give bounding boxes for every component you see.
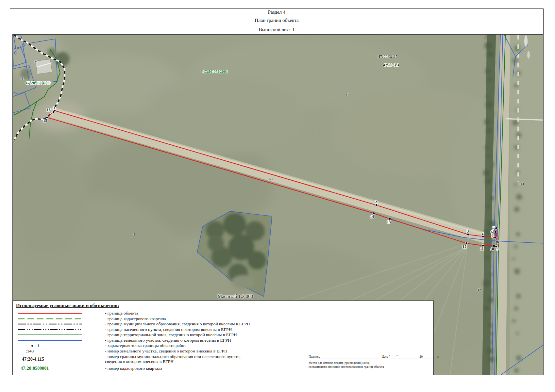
legend-row: - граница кадастрового квартала xyxy=(13,316,307,322)
legend-label: - номер границы муниципального образован… xyxy=(105,354,241,364)
legend-sample-text-green: 47:20:0509001 xyxy=(13,365,105,372)
legend-sample-text: :140 xyxy=(26,349,34,354)
stamp-note: Место для оттиска печати (при наличии) л… xyxy=(309,361,437,369)
legend-label: - граница земельного участка, сведения о… xyxy=(105,338,231,343)
boundary-point-number: 2 xyxy=(375,200,377,204)
signature-line: Подпись ________________________________… xyxy=(309,355,437,358)
boundary-point-number: 3 xyxy=(467,229,469,234)
boundary-point-dot xyxy=(495,231,497,233)
legend-sample-text-bold: 47:20-4.115 xyxy=(13,354,105,365)
boundary-point-number: 9 xyxy=(496,247,498,251)
legend-row: ●1- характерная точка границы объекта ра… xyxy=(13,343,307,349)
legend-sample-nas-dash xyxy=(13,327,105,333)
boundary-point-number: 5 xyxy=(491,234,493,238)
document-page: Раздел 4 План границ объекта Выносной ли… xyxy=(0,0,555,392)
boundary-point-dot xyxy=(494,236,496,238)
signature-block: Подпись ________________________________… xyxy=(309,355,437,369)
legend-row: - граница земельного участка, сведения о… xyxy=(13,338,307,343)
legend-label: - граница кадастрового квартала xyxy=(105,317,166,321)
boundary-point-number: 1 xyxy=(53,106,55,110)
legend-row: :140- номер земельного участка, сведения… xyxy=(13,349,307,354)
map-area-label: :42 xyxy=(476,288,481,292)
boundary-point-dot xyxy=(495,227,497,229)
boundary-point-number: 15 xyxy=(43,118,47,123)
map-area-label: 47:20:0504003 xyxy=(25,81,51,85)
boundary-point-number: 6 xyxy=(491,230,493,234)
legend-sample-mun-dash xyxy=(13,321,105,327)
map-area-label: :4 xyxy=(34,59,37,63)
legend-sample-point: ●1 xyxy=(13,343,105,349)
section-title: Раздел 4 xyxy=(10,8,544,16)
boundary-point-number: 8 xyxy=(497,239,499,244)
legend-sample-green-dash xyxy=(13,316,105,322)
boundary-point-number: 11 xyxy=(480,246,484,251)
legend-sample-text: 47:20-4.115 xyxy=(22,357,44,362)
legend-row: - граница населенного пункта, сведения о… xyxy=(13,327,307,333)
legend-sample-red-solid xyxy=(13,311,105,316)
map-area-label: 47:20-3.3 xyxy=(383,63,399,67)
map-area-label: :5 xyxy=(132,233,135,236)
legend-title: Используемые условные знаки и обозначени… xyxy=(16,303,119,308)
legend-rows: - граница объекта- граница кадастрового … xyxy=(13,311,307,372)
legend-box: Используемые условные знаки и обозначени… xyxy=(12,301,434,375)
boundary-point-number: 10 xyxy=(490,247,494,252)
legend-label: - граница муниципального образования, св… xyxy=(105,322,250,327)
legend-label: - граница населенного пункта, сведения о… xyxy=(105,327,232,332)
legend-label: - номер земельного участка, сведения о к… xyxy=(105,349,227,354)
boundary-point-number: 14 xyxy=(370,214,374,219)
map-scale-label: Масштаб 1:2 000 xyxy=(190,294,281,299)
map-area-label: :44 xyxy=(519,182,524,186)
boundary-point-number: 13 xyxy=(387,220,391,224)
boundary-point-dot xyxy=(52,111,55,113)
boundary-point-dot xyxy=(375,204,378,206)
legend-sample-text: 47:20:0509001 xyxy=(21,366,49,371)
map-area-label: :8 xyxy=(21,76,24,80)
boundary-point-number: 12 xyxy=(462,244,466,249)
legend-row: - граница территориальной зоны, сведения… xyxy=(13,332,307,338)
sheet-title: Выносной лист 1 xyxy=(10,25,544,34)
legend-label: - граница объекта xyxy=(105,311,138,316)
map-area-label: 47:00-3.115 xyxy=(378,54,398,59)
legend-row: 47:20-4.115- номер границы муниципальног… xyxy=(13,354,307,365)
legend-row: - граница муниципального образования, св… xyxy=(13,321,307,327)
legend-sample-text: :140 xyxy=(13,349,105,354)
legend-row: - граница объекта xyxy=(13,311,307,316)
legend-label: - характерная точка границы объекта рабо… xyxy=(105,343,186,348)
legend-label: - граница территориальной зоны, сведения… xyxy=(105,333,237,337)
boundary-point-number: 4 xyxy=(481,232,483,236)
legend-sample-green-solid xyxy=(13,332,105,338)
map-area-label: :22 xyxy=(269,177,273,181)
legend-label: - номер кадастрового квартала xyxy=(105,366,162,371)
header-table: Раздел 4 План границ объекта Выносной ли… xyxy=(10,8,544,34)
map-area-label: 47:20:0512001 xyxy=(203,69,228,74)
plan-title: План границ объекта xyxy=(10,16,544,25)
legend-row: 47:20:0509001- номер кадастрового кварта… xyxy=(13,365,307,372)
point-sample-number: 1 xyxy=(37,343,40,348)
boundary-point-dot xyxy=(467,233,469,236)
map-area-label: :7 xyxy=(346,93,349,97)
point-sample-dot: ● xyxy=(31,344,33,348)
boundary-point-number: 16 xyxy=(47,107,51,112)
boundary-point-number: 7 xyxy=(493,226,495,230)
legend-sample-blue-solid xyxy=(13,338,105,343)
